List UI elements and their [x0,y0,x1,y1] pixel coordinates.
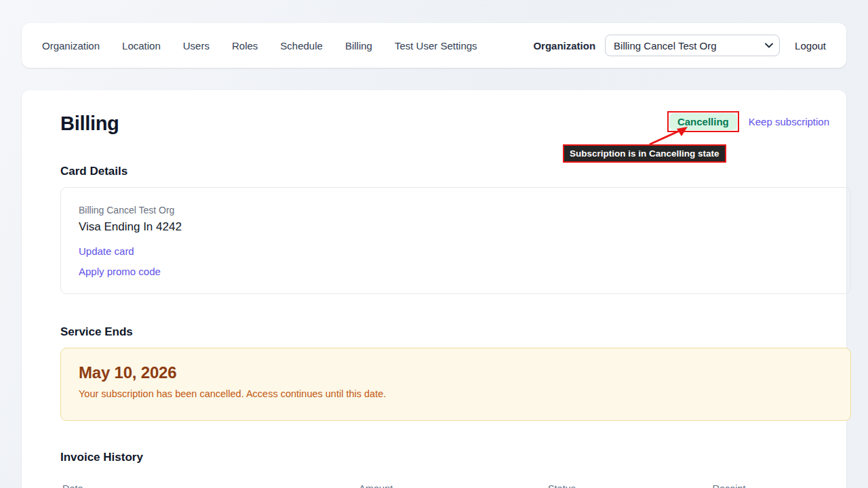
card-details-box: Billing Cancel Test Org Visa Ending In 4… [60,187,851,294]
nav-right-group: Organization Billing Cancel Test Org Log… [533,35,826,56]
invoice-table-header-row: Date Amount Status Receipt [60,483,851,488]
annotation-tooltip: Subscription is in Cancelling state [563,144,726,163]
service-end-message: Your subscription has been cancelled. Ac… [79,388,833,399]
header-actions: Cancelling Keep subscription [667,111,829,132]
invoice-col-status: Status [546,483,711,488]
organization-picker-label: Organization [533,40,595,52]
status-badge: Cancelling [669,113,737,130]
top-navbar: Organization Location Users Roles Schedu… [22,23,846,68]
nav-item-schedule[interactable]: Schedule [280,40,323,52]
billing-panel: Billing Cancelling Keep subscription Sub… [22,90,846,488]
invoice-table: Date Amount Status Receipt [60,483,851,488]
organization-select-wrap: Billing Cancel Test Org [605,35,780,56]
billing-header-row: Billing Cancelling Keep subscription [39,109,829,135]
service-end-date: May 10, 2026 [79,363,833,382]
nav-item-test-user-settings[interactable]: Test User Settings [395,40,477,52]
invoice-col-date: Date [60,483,357,488]
card-details-heading: Card Details [39,165,829,178]
nav-item-organization[interactable]: Organization [42,40,100,52]
apply-promo-code-link[interactable]: Apply promo code [79,266,161,277]
invoice-col-receipt: Receipt [710,483,851,488]
nav-item-location[interactable]: Location [122,40,161,52]
card-summary: Visa Ending In 4242 [79,220,833,234]
keep-subscription-link[interactable]: Keep subscription [749,116,829,127]
invoice-history-heading: Invoice History [39,451,829,464]
service-ends-heading: Service Ends [39,325,829,339]
nav-item-roles[interactable]: Roles [232,40,258,52]
nav-item-billing[interactable]: Billing [345,40,372,52]
nav-links: Organization Location Users Roles Schedu… [42,40,477,52]
card-org-name: Billing Cancel Test Org [79,205,833,216]
logout-button[interactable]: Logout [795,40,826,52]
page-title: Billing [60,113,119,135]
service-ends-alert: May 10, 2026 Your subscription has been … [60,348,851,421]
organization-select[interactable]: Billing Cancel Test Org [605,35,780,56]
update-card-link[interactable]: Update card [79,245,134,257]
nav-item-users[interactable]: Users [183,40,210,52]
invoice-col-amount: Amount [357,483,546,488]
annotation-highlight-rect: Cancelling [667,111,739,132]
